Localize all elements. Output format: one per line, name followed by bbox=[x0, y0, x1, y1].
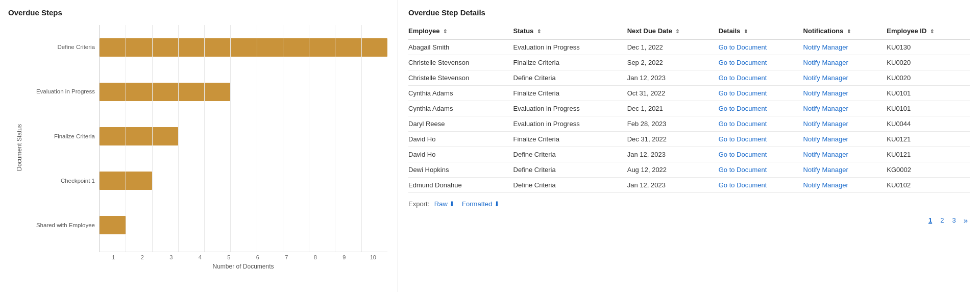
sort-icon: ⇕ bbox=[930, 29, 934, 34]
cell-notifications: Notify Manager bbox=[803, 101, 887, 116]
notify-manager-link[interactable]: Notify Manager bbox=[803, 59, 848, 66]
go-to-document-link[interactable]: Go to Document bbox=[719, 166, 767, 174]
page-1[interactable]: 1 bbox=[926, 215, 935, 225]
cell-dueDate: Jan 12, 2023 bbox=[627, 147, 719, 162]
sort-icon: ⇕ bbox=[537, 29, 541, 34]
x-tick-label: 10 bbox=[359, 254, 388, 260]
cell-notifications: Notify Manager bbox=[803, 132, 887, 147]
notify-manager-link[interactable]: Notify Manager bbox=[803, 181, 848, 189]
bar-row bbox=[100, 167, 387, 194]
col-header-dueDate[interactable]: Next Due Date ⇕ bbox=[627, 24, 719, 39]
go-to-document-link[interactable]: Go to Document bbox=[719, 89, 767, 97]
x-tick-label: 2 bbox=[128, 254, 157, 260]
notify-manager-link[interactable]: Notify Manager bbox=[803, 74, 848, 82]
col-header-details[interactable]: Details ⇕ bbox=[719, 24, 803, 39]
category-label: Shared with Employee bbox=[28, 222, 95, 229]
x-tick-label: 8 bbox=[301, 254, 330, 260]
x-axis-label: Number of Documents bbox=[212, 263, 274, 270]
sort-icon: ⇕ bbox=[744, 29, 748, 34]
go-to-document-link[interactable]: Go to Document bbox=[719, 120, 767, 128]
table-head: Employee ⇕Status ⇕Next Due Date ⇕Details… bbox=[408, 24, 970, 39]
sort-icon: ⇕ bbox=[847, 29, 851, 34]
cell-status: Finalize Criteria bbox=[513, 86, 627, 101]
y-axis-label: Document Status bbox=[13, 25, 26, 270]
page-3[interactable]: 3 bbox=[949, 215, 958, 225]
cell-notifications: Notify Manager bbox=[803, 70, 887, 86]
cell-notifications: Notify Manager bbox=[803, 86, 887, 101]
cell-status: Finalize Criteria bbox=[513, 55, 627, 70]
cell-dueDate: Dec 1, 2022 bbox=[627, 39, 719, 55]
notify-manager-link[interactable]: Notify Manager bbox=[803, 135, 848, 143]
export-formatted-label: Formatted bbox=[462, 200, 492, 208]
download-icon-raw: ⬇ bbox=[449, 200, 455, 208]
pagination-next[interactable]: » bbox=[962, 215, 970, 226]
category-label: Checkpoint 1 bbox=[28, 178, 95, 185]
notify-manager-link[interactable]: Notify Manager bbox=[803, 120, 848, 128]
go-to-document-link[interactable]: Go to Document bbox=[719, 59, 767, 66]
table-row: Edmund DonahueDefine CriteriaJan 12, 202… bbox=[408, 178, 970, 193]
cell-status: Evaluation in Progress bbox=[513, 39, 627, 55]
cell-details: Go to Document bbox=[719, 147, 803, 162]
col-header-employee[interactable]: Employee ⇕ bbox=[408, 24, 513, 39]
table-row: David HoDefine CriteriaJan 12, 2023Go to… bbox=[408, 147, 970, 162]
x-tick-label: 3 bbox=[157, 254, 186, 260]
bar bbox=[100, 38, 387, 57]
go-to-document-link[interactable]: Go to Document bbox=[719, 74, 767, 82]
table-row: Abagail SmithEvaluation in ProgressDec 1… bbox=[408, 39, 970, 55]
go-to-document-link[interactable]: Go to Document bbox=[719, 181, 767, 189]
cell-notifications: Notify Manager bbox=[803, 116, 887, 132]
x-tick-label: 1 bbox=[99, 254, 128, 260]
table-row: Christelle StevensonDefine CriteriaJan 1… bbox=[408, 70, 970, 86]
table-row: Dewi HopkinsDefine CriteriaAug 12, 2022G… bbox=[408, 162, 970, 178]
category-labels: Define CriteriaEvaluation in ProgressFin… bbox=[28, 25, 99, 252]
go-to-document-link[interactable]: Go to Document bbox=[719, 43, 767, 51]
export-formatted-link[interactable]: Formatted ⬇ bbox=[462, 200, 500, 208]
go-to-document-link[interactable]: Go to Document bbox=[719, 105, 767, 112]
cell-notifications: Notify Manager bbox=[803, 55, 887, 70]
notify-manager-link[interactable]: Notify Manager bbox=[803, 151, 848, 158]
cell-details: Go to Document bbox=[719, 101, 803, 116]
export-label: Export: bbox=[408, 200, 429, 208]
cell-details: Go to Document bbox=[719, 162, 803, 178]
go-to-document-link[interactable]: Go to Document bbox=[719, 135, 767, 143]
cell-dueDate: Feb 28, 2023 bbox=[627, 116, 719, 132]
col-header-employeeId[interactable]: Employee ID ⇕ bbox=[887, 24, 970, 39]
page-2[interactable]: 2 bbox=[938, 215, 946, 225]
cell-dueDate: Oct 31, 2022 bbox=[627, 86, 719, 101]
sort-icon: ⇕ bbox=[675, 29, 679, 34]
export-raw-label: Raw bbox=[434, 200, 448, 208]
notify-manager-link[interactable]: Notify Manager bbox=[803, 89, 848, 97]
bar bbox=[100, 83, 230, 101]
col-header-notifications[interactable]: Notifications ⇕ bbox=[803, 24, 887, 39]
cell-dueDate: Jan 12, 2023 bbox=[627, 70, 719, 86]
left-panel-title: Overdue Steps bbox=[8, 8, 387, 17]
cell-dueDate: Dec 1, 2021 bbox=[627, 101, 719, 116]
cell-employeeId: KU0101 bbox=[887, 101, 970, 116]
bar bbox=[100, 216, 126, 234]
go-to-document-link[interactable]: Go to Document bbox=[719, 151, 767, 158]
notify-manager-link[interactable]: Notify Manager bbox=[803, 105, 848, 112]
cell-employeeId: KG0002 bbox=[887, 162, 970, 178]
bar bbox=[100, 127, 178, 145]
notify-manager-link[interactable]: Notify Manager bbox=[803, 43, 848, 51]
cell-status: Evaluation in Progress bbox=[513, 101, 627, 116]
x-axis-label-container: Number of Documents bbox=[28, 260, 387, 270]
cell-status: Define Criteria bbox=[513, 178, 627, 193]
bar-row bbox=[100, 212, 387, 238]
table-row: Daryl ReeseEvaluation in ProgressFeb 28,… bbox=[408, 116, 970, 132]
cell-dueDate: Sep 2, 2022 bbox=[627, 55, 719, 70]
col-header-status[interactable]: Status ⇕ bbox=[513, 24, 627, 39]
chart-container: Document Status Define CriteriaEvaluatio… bbox=[13, 25, 387, 270]
chart-inner: Define CriteriaEvaluation in ProgressFin… bbox=[28, 25, 387, 270]
cell-dueDate: Aug 12, 2022 bbox=[627, 162, 719, 178]
export-raw-link[interactable]: Raw ⬇ bbox=[434, 200, 457, 208]
category-label: Finalize Criteria bbox=[28, 133, 95, 140]
export-row: Export: Raw ⬇ Formatted ⬇ bbox=[408, 200, 970, 208]
cell-employeeId: KU0121 bbox=[887, 132, 970, 147]
cell-details: Go to Document bbox=[719, 39, 803, 55]
x-tick-label: 7 bbox=[272, 254, 301, 260]
cell-status: Finalize Criteria bbox=[513, 132, 627, 147]
cell-employee: Abagail Smith bbox=[408, 39, 513, 55]
bar-row bbox=[100, 34, 387, 61]
notify-manager-link[interactable]: Notify Manager bbox=[803, 166, 848, 174]
